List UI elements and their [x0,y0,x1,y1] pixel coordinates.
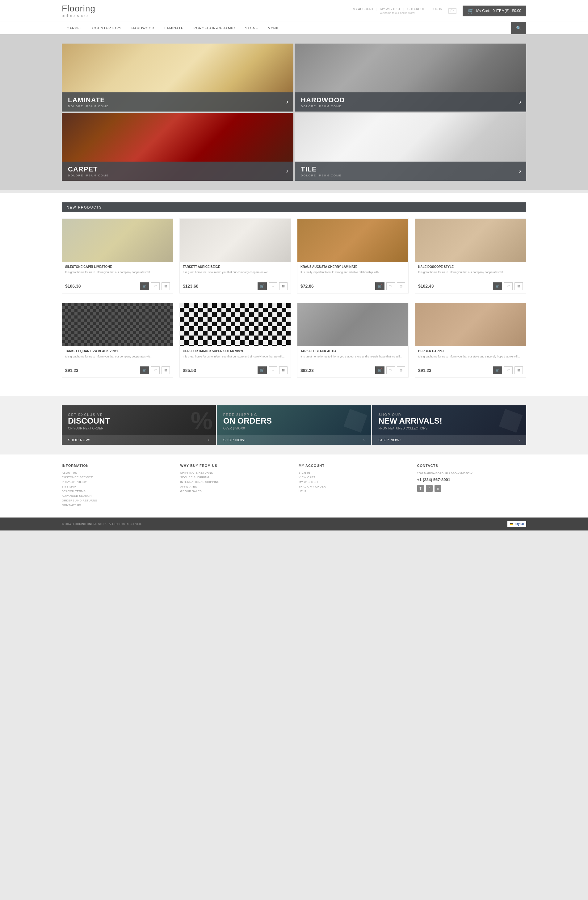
product-card-3[interactable]: KRAUS AUGUSTA CHERRY LAMINATE It is real… [297,219,409,293]
add-to-cart-btn-1[interactable]: 🛒 [140,282,149,290]
compare-btn-4[interactable]: ⊞ [515,282,523,290]
product-card-2[interactable]: TARKETT AURICE BEIGE It is great home fo… [179,219,291,293]
footer-about-us[interactable]: ABOUT US [62,471,171,474]
paypal-badge[interactable]: 💳 PayPal [508,521,526,527]
add-to-cart-btn-3[interactable]: 🛒 [375,282,384,290]
my-account-link[interactable]: MY ACCOUNT [353,8,374,11]
wishlist-btn-5[interactable]: ♡ [151,366,160,374]
linkedin-icon[interactable]: in [435,485,441,492]
footer-help[interactable]: HELP [299,490,408,493]
hero-grid: LAMINATE DOLORE IPSUM COME › HARDWOOD DO… [62,43,526,181]
add-to-cart-btn-7[interactable]: 🛒 [375,366,384,374]
wishlist-btn-2[interactable]: ♡ [269,282,277,290]
wishlist-btn-8[interactable]: ♡ [504,366,513,374]
product-card-8[interactable]: BERBER CARPET It is great home for us to… [415,303,526,378]
nav-item-hardwood[interactable]: HARDWOOD [127,22,160,34]
hero-hardwood[interactable]: HARDWOOD DOLORE IPSUM COME › [295,43,526,112]
nav-item-stone[interactable]: STONE [240,22,263,34]
hero-laminate[interactable]: LAMINATE DOLORE IPSUM COME › [62,43,293,112]
footer-contact-us[interactable]: CONTACT US [62,504,171,507]
facebook-icon[interactable]: f [426,485,433,492]
footer-group-sales[interactable]: GROUP SALES [180,490,290,493]
product-name-3: KRAUS AUGUSTA CHERRY LAMINATE [300,265,405,268]
footer-my-wishlist[interactable]: MY WISHLIST [299,480,408,484]
product-card-5[interactable]: TARKETT QUARTTZA BLACK VINYL It is great… [62,303,173,378]
twitter-icon[interactable]: T [417,485,424,492]
nav-item-porcelain[interactable]: PORCELAIN-CERAMIC [189,22,240,34]
footer-customer-service[interactable]: CUSTOMER SERVICE [62,476,171,479]
promo-1-title: DISCOUNT [68,416,210,425]
wishlist-btn-6[interactable]: ♡ [269,366,277,374]
wishlist-btn-7[interactable]: ♡ [386,366,395,374]
footer-advanced-search[interactable]: ADVANCED SEARCH [62,494,171,497]
footer-affiliates[interactable]: AFFILIATES [180,485,290,488]
footer-shipping-returns[interactable]: SHIPPING & RETURNS [180,471,290,474]
product-image-4 [415,219,526,262]
promo-3-btn[interactable]: SHOP NOW! [378,438,401,442]
promo-2-btn[interactable]: SHOP NOW! [223,438,246,442]
hardwood-title: HARDWOOD [301,96,345,104]
footer-site-map[interactable]: SITE MAP [62,485,171,488]
product-card-7[interactable]: TARKETT BLACK AHTIA It is great home for… [297,303,409,378]
hero-carpet[interactable]: CARPET DOLORE IPSUM COME › [62,113,293,181]
welcome-text: Welcome to our online store! [353,11,442,14]
footer-privacy-policy[interactable]: PRIVACY POLICY [62,480,171,484]
product-card-1[interactable]: SILESTONE CAPRI LIMESTONE It is great ho… [62,219,173,293]
footer-view-cart[interactable]: VIEW CART [299,476,408,479]
compare-btn-2[interactable]: ⊞ [279,282,288,290]
logo[interactable]: Flooring online store [62,4,96,18]
new-products-header: NEW PRODUCTS [62,202,526,212]
add-to-cart-btn-6[interactable]: 🛒 [258,366,267,374]
add-to-cart-btn-4[interactable]: 🛒 [493,282,502,290]
compare-btn-1[interactable]: ⊞ [161,282,170,290]
login-link[interactable]: LOG IN [432,8,442,11]
footer-track-order[interactable]: TRACK MY ORDER [299,485,408,488]
hero-tile[interactable]: TILE DOLORE IPSUM COME › [295,113,526,181]
nav-item-vynil[interactable]: VYNIL [263,22,285,34]
product-image-2 [180,219,291,262]
cart-button[interactable]: 🛒 My Cart: 0 ITEM(S) $0.00 [463,6,526,16]
footer-phone: +1 (234) 567-8901 [417,477,526,482]
promo-arrivals[interactable]: SHOP OUR NEW ARRIVALS! FROM FEATURED COL… [372,405,526,445]
promo-1-btn[interactable]: SHOP NOW! [68,438,90,442]
product-image-7 [297,303,408,346]
compare-btn-5[interactable]: ⊞ [161,366,170,374]
compare-btn-7[interactable]: ⊞ [397,366,405,374]
promo-shipping[interactable]: FREE SHIPPING ON ORDERS OVER $ 500.00 SH… [217,405,371,445]
footer-orders-returns[interactable]: ORDERS AND RETURNS [62,499,171,502]
main-nav: CARPET COUNTERTOPS HARDWOOD LAMINATE POR… [0,22,588,34]
wishlist-btn-3[interactable]: ♡ [386,282,395,290]
cart-label: My Cart: [476,9,490,13]
add-to-cart-btn-2[interactable]: 🛒 [258,282,267,290]
my-wishlist-link[interactable]: MY WISHLIST [381,8,401,11]
nav-item-laminate[interactable]: LAMINATE [159,22,189,34]
footer-sign-in[interactable]: SIGN IN [299,471,408,474]
footer-contacts-col: CONTACTS 2301 MARINA ROAD, GLASGOW G60 5… [417,464,526,508]
copyright-text: © 2014 FLOORING ONLINE STORE. ALL RIGHTS… [62,523,142,526]
compare-btn-3[interactable]: ⊞ [397,282,405,290]
nav-item-countertops[interactable]: COUNTERTOPS [87,22,127,34]
product-desc-4: It is great home for us to inform you th… [418,270,523,275]
footer-search-terms[interactable]: SEARCH TERMS [62,490,171,493]
compare-btn-8[interactable]: ⊞ [515,366,523,374]
product-price-6: $85.53 [183,368,196,373]
nav-item-carpet[interactable]: CARPET [62,22,87,34]
footer-my-account-col: MY ACCOUNT SIGN IN VIEW CART MY WISHLIST… [299,464,408,508]
hardwood-arrow-icon: › [519,98,521,106]
carpet-title: CARPET [68,165,109,173]
footer-intl-shipping[interactable]: INTERNATIONAL SHIPPING [180,480,290,484]
product-card-4[interactable]: KALEIDOSCOPE STYLE It is great home for … [415,219,526,293]
compare-btn-6[interactable]: ⊞ [279,366,288,374]
wishlist-btn-4[interactable]: ♡ [504,282,513,290]
footer-secure-shopping[interactable]: SECURE SHOPPING [180,476,290,479]
wishlist-btn-1[interactable]: ♡ [151,282,160,290]
product-card-6[interactable]: GERFLOR DAMIER SUPER SOLAR VINYL It is g… [179,303,291,378]
promo-discount[interactable]: GET EXCLUSIVE DISCOUNT ON YOUR NEXT ORDE… [62,405,216,445]
add-to-cart-btn-5[interactable]: 🛒 [140,366,149,374]
add-to-cart-btn-8[interactable]: 🛒 [493,366,502,374]
language-selector[interactable]: En [449,8,456,14]
search-button[interactable]: 🔍 [511,22,526,34]
product-name-7: TARKETT BLACK AHTIA [300,349,405,353]
checkout-link[interactable]: CHECKOUT [407,8,425,11]
product-price-4: $102.43 [418,284,434,289]
